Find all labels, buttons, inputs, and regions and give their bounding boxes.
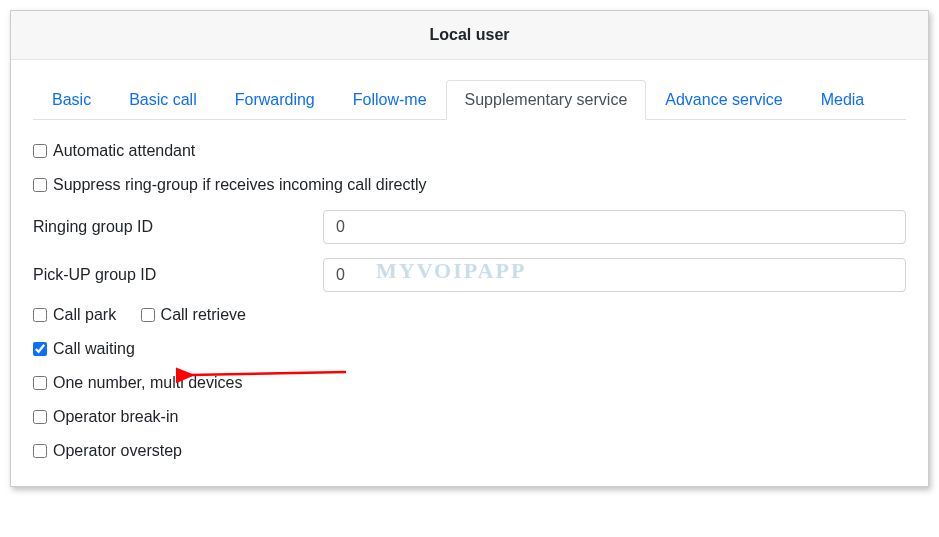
pickup-group-id-input[interactable] [323,258,906,292]
panel-title: Local user [11,11,928,60]
suppress-ring-group-checkbox[interactable] [33,178,47,192]
operator-break-in-checkbox[interactable] [33,410,47,424]
tab-basic[interactable]: Basic [33,80,110,120]
operator-break-in-label[interactable]: Operator break-in [53,408,178,426]
call-park-checkbox[interactable] [33,308,47,322]
operator-overstep-label[interactable]: Operator overstep [53,442,182,460]
one-number-multi-checkbox[interactable] [33,376,47,390]
automatic-attendant-checkbox[interactable] [33,144,47,158]
tab-follow-me[interactable]: Follow-me [334,80,446,120]
call-waiting-checkbox[interactable] [33,342,47,356]
tab-forwarding[interactable]: Forwarding [216,80,334,120]
call-waiting-label[interactable]: Call waiting [53,340,135,358]
ringing-group-id-label: Ringing group ID [33,218,323,236]
ringing-group-id-input[interactable] [323,210,906,244]
panel-body: Basic Basic call Forwarding Follow-me Su… [11,60,928,486]
tab-supplementary-service[interactable]: Supplementary service [446,80,647,120]
operator-overstep-checkbox[interactable] [33,444,47,458]
tab-advance-service[interactable]: Advance service [646,80,801,120]
call-retrieve-checkbox[interactable] [141,308,155,322]
suppress-ring-group-label[interactable]: Suppress ring-group if receives incoming… [53,176,427,194]
tabs-bar: Basic Basic call Forwarding Follow-me Su… [33,80,906,120]
call-retrieve-label[interactable]: Call retrieve [161,306,246,324]
automatic-attendant-label[interactable]: Automatic attendant [53,142,195,160]
local-user-panel: Local user Basic Basic call Forwarding F… [10,10,929,487]
call-park-label[interactable]: Call park [53,306,116,324]
tab-basic-call[interactable]: Basic call [110,80,216,120]
pickup-group-id-label: Pick-UP group ID [33,266,323,284]
one-number-multi-label[interactable]: One number, multi devices [53,374,242,392]
tab-media[interactable]: Media [802,80,884,120]
